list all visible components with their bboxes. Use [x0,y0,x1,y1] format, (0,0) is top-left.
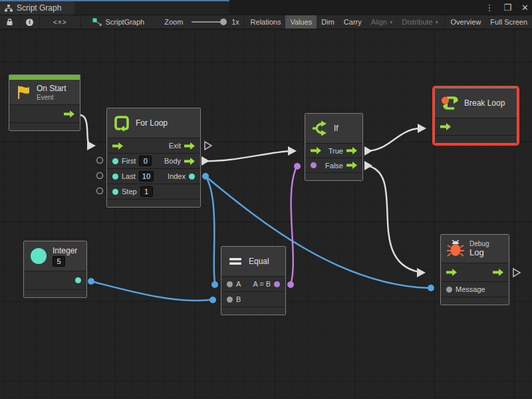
port-first[interactable] [112,158,118,164]
port-row: Step 1 [107,184,200,200]
integer-icon [30,247,47,265]
chevron-down-icon: ▾ [390,19,392,25]
port-row [441,263,509,282]
code-view-button[interactable]: <×> [40,15,81,29]
port-row [435,118,517,136]
port-last[interactable] [112,174,118,180]
zoom-slider[interactable] [192,21,226,23]
port-b-label: B [236,295,241,303]
port-index-label: Index [168,172,186,180]
port-result-label: A = B [253,280,271,288]
title-bar: Script Graph ⋮ ❐ ✕ [0,0,532,15]
port-false[interactable] [346,162,357,169]
dim-button[interactable]: Dim [317,15,339,29]
close-icon[interactable]: ✕ [521,3,529,13]
node-footer [435,136,517,143]
integer-output-port[interactable] [75,277,81,283]
node-footer [9,123,80,130]
graph-canvas[interactable]: On Start Event For Loop Exit [0,29,532,399]
maximize-icon[interactable]: ❐ [503,3,511,13]
integer-value-field[interactable]: 5 [53,256,65,267]
graph-breadcrumb[interactable]: ScriptGraph [88,15,150,29]
flow-output-port[interactable] [493,269,503,276]
node-header: If [305,114,362,144]
port-a[interactable] [227,281,233,287]
port-step[interactable] [112,189,118,195]
port-true-label: True [329,147,343,155]
node-header: For Loop [107,108,200,138]
graph-toolbar: i <×> ScriptGraph Zoom 1x Relations Valu… [0,15,532,29]
node-title: On Start [37,84,66,93]
tab-script-graph[interactable]: Script Graph [0,1,74,15]
last-value-field[interactable]: 10 [139,171,154,182]
port-index[interactable] [189,174,195,180]
node-subtitle: Event [37,94,66,101]
step-value-field[interactable]: 1 [140,186,153,197]
align-dropdown[interactable]: Align ▾ [366,15,397,29]
port-row: False [305,158,362,173]
flow-input-port[interactable] [311,147,321,154]
port-row: First 0 Body [107,154,200,169]
break-loop-icon [441,94,459,112]
port-row: A A = B [221,277,285,292]
flow-output-port[interactable] [64,110,74,118]
flag-icon [15,84,31,100]
event-color-strip [9,75,80,80]
fullscreen-button[interactable]: Full Screen [485,15,532,29]
port-row [9,105,80,123]
port-condition[interactable] [311,162,317,168]
flow-input-port[interactable] [440,123,451,130]
node-header: Equal [221,247,285,277]
tab-well [74,1,229,15]
overview-button[interactable]: Overview [446,15,486,29]
node-for-loop[interactable]: For Loop Exit First 0 Body Last 10 [106,108,201,207]
node-title: Log [469,247,489,257]
port-false-label: False [325,162,343,170]
equals-icon [227,253,243,269]
zoom-slider-handle[interactable] [220,19,227,25]
port-row: B [221,292,285,307]
port-row [24,271,86,290]
flow-input-port[interactable] [446,269,457,276]
values-button[interactable]: Values [285,15,317,29]
node-integer[interactable]: Integer 5 [23,241,87,298]
info-button[interactable]: i [20,15,40,29]
port-true[interactable] [346,147,357,154]
port-row: Message [441,282,509,297]
distribute-dropdown[interactable]: Distribute ▾ [397,15,442,29]
port-b[interactable] [227,297,233,303]
node-header: Integer 5 [24,241,86,271]
node-header: On Start Event [9,80,80,105]
node-break-loop[interactable]: Break Loop [434,88,517,144]
window-controls: ⋮ ❐ ✕ [485,0,529,15]
kebab-menu-icon[interactable]: ⋮ [485,3,493,13]
port-body[interactable] [184,158,195,165]
port-last-label: Last [122,172,136,180]
carry-button[interactable]: Carry [339,15,366,29]
toolbar-separator [444,15,445,29]
node-footer [305,173,362,180]
node-footer [441,297,509,305]
tab-title: Script Graph [17,3,61,13]
flow-input-port[interactable] [112,142,123,150]
port-exit[interactable] [184,142,195,150]
zoom-label: Zoom [160,15,188,29]
node-footer [107,200,200,207]
node-header: Break Loop [435,88,517,118]
first-value-field[interactable]: 0 [139,156,152,166]
port-row: Last 10 Index [107,169,200,184]
port-message[interactable] [446,287,452,293]
port-row: Exit [107,138,200,154]
node-debug-log[interactable]: Debug Log Message [440,234,509,305]
toolbar-separator [244,15,245,29]
relations-button[interactable]: Relations [246,15,286,29]
code-icon: <×> [53,19,67,26]
node-on-start[interactable]: On Start Event [9,74,80,131]
port-first-label: First [122,157,136,165]
graph-breadcrumb-label: ScriptGraph [106,18,145,26]
node-if[interactable]: If True False [305,113,363,181]
lock-button[interactable] [0,15,20,29]
port-result[interactable] [274,281,280,287]
node-equal[interactable]: Equal A A = B B [221,246,286,315]
port-exit-label: Exit [169,142,181,150]
